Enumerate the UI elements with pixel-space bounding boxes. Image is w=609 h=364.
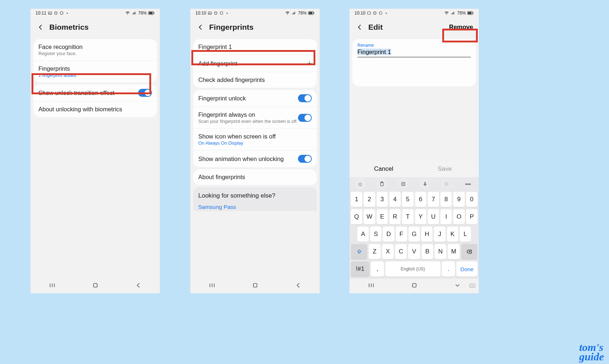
clipboard-icon[interactable] <box>376 178 387 189</box>
svg-rect-3 <box>61 12 63 15</box>
recents-button[interactable] <box>368 282 375 290</box>
home-button[interactable] <box>92 282 99 290</box>
key-o[interactable]: O <box>453 209 464 224</box>
mic-icon[interactable] <box>419 178 430 189</box>
fp-always-row[interactable]: Fingerprint always on Scan your fingerpr… <box>193 107 317 128</box>
fp-always-toggle[interactable] <box>298 114 312 122</box>
key-g[interactable]: G <box>409 227 420 242</box>
period-key[interactable]: . <box>442 261 455 277</box>
key-m[interactable]: M <box>448 244 459 259</box>
page-header: Fingerprints <box>190 17 320 37</box>
keyboard: ☺ ••• 1234567890 QWERTYUIOP ASDFGHJKL ZX… <box>349 177 479 279</box>
key-1[interactable]: 1 <box>351 192 362 207</box>
svg-rect-16 <box>309 12 312 14</box>
key-r[interactable]: R <box>389 209 401 224</box>
key-3[interactable]: 3 <box>377 192 388 207</box>
status-time: 10:10 <box>355 11 365 16</box>
key-8[interactable]: 8 <box>440 192 452 207</box>
backspace-key[interactable] <box>461 244 477 259</box>
fp-unlock-row[interactable]: Fingerprint unlock <box>193 90 317 107</box>
text-extract-icon[interactable] <box>398 178 409 189</box>
key-p[interactable]: P <box>466 209 477 224</box>
space-key[interactable]: English (US) <box>385 261 440 277</box>
key-u[interactable]: U <box>428 209 439 224</box>
phone-screenshot-2: 10:10 76% Fingerprints Fingerprint 1 Add… <box>190 9 320 293</box>
key-e[interactable]: E <box>377 209 388 224</box>
key-h[interactable]: H <box>421 227 432 242</box>
add-fingerprint-row[interactable]: Add fingerprint + <box>193 55 317 72</box>
shift-key[interactable] <box>351 244 367 259</box>
key-k[interactable]: K <box>447 227 458 242</box>
key-0[interactable]: 0 <box>466 192 477 207</box>
more-dot-icon <box>67 13 68 14</box>
cancel-button[interactable]: Cancel <box>353 165 414 173</box>
key-2[interactable]: 2 <box>364 192 375 207</box>
key-f[interactable]: F <box>396 227 407 242</box>
key-s[interactable]: S <box>370 227 381 242</box>
key-a[interactable]: A <box>357 227 369 242</box>
anim-toggle[interactable] <box>298 155 312 163</box>
face-recognition-row[interactable]: Face recognition Register your face. <box>33 39 157 61</box>
key-6[interactable]: 6 <box>415 192 426 207</box>
comma-key[interactable]: , <box>371 261 384 277</box>
key-l[interactable]: L <box>460 227 471 242</box>
svg-point-21 <box>446 14 447 15</box>
about-biometrics-row[interactable]: About unlocking with biometrics <box>33 101 157 117</box>
row-title: Show unlock transition effect <box>38 90 138 96</box>
key-c[interactable]: C <box>395 244 407 259</box>
key-x[interactable]: X <box>382 244 394 259</box>
show-icon-row[interactable]: Show icon when screen is off On Always O… <box>193 128 317 150</box>
key-4[interactable]: 4 <box>389 192 401 207</box>
samsung-pass-link[interactable]: Samsung Pass <box>198 204 312 210</box>
recents-button[interactable] <box>49 282 56 290</box>
emoji-icon[interactable]: ☺ <box>355 178 366 189</box>
transition-toggle[interactable] <box>138 89 152 97</box>
about-fingerprints-row[interactable]: About fingerprints <box>193 169 317 185</box>
biometrics-group: Face recognition Register your face. Fin… <box>33 39 157 82</box>
row-title: Fingerprint unlock <box>198 95 298 102</box>
remove-button[interactable]: Remove <box>449 24 473 31</box>
show-anim-row[interactable]: Show animation when unlocking <box>193 150 317 167</box>
fingerprint-1-row[interactable]: Fingerprint 1 <box>193 39 317 55</box>
key-z[interactable]: Z <box>369 244 380 259</box>
transition-row[interactable]: Show unlock transition effect <box>33 84 157 101</box>
fingerprints-row[interactable]: Fingerprints 1 fingerprint added <box>33 61 157 82</box>
key-v[interactable]: V <box>408 244 420 259</box>
back-nav-button[interactable] <box>135 282 142 290</box>
back-button[interactable] <box>196 23 205 32</box>
key-q[interactable]: Q <box>351 209 362 224</box>
key-7[interactable]: 7 <box>428 192 439 207</box>
back-button[interactable] <box>355 23 364 32</box>
key-w[interactable]: W <box>364 209 375 224</box>
hide-keyboard-button[interactable] <box>454 282 461 290</box>
back-button[interactable] <box>36 23 45 32</box>
fp-unlock-toggle[interactable] <box>298 94 312 102</box>
screenshot-icon <box>219 11 224 15</box>
home-button[interactable] <box>411 282 418 290</box>
key-n[interactable]: N <box>435 244 446 259</box>
key-9[interactable]: 9 <box>453 192 464 207</box>
check-fingerprints-row[interactable]: Check added fingerprints <box>193 72 317 88</box>
key-5[interactable]: 5 <box>402 192 413 207</box>
symbols-key[interactable]: !#1 <box>351 261 369 277</box>
done-key[interactable]: Done <box>456 261 477 277</box>
svg-rect-8 <box>94 284 97 287</box>
rename-input[interactable]: Fingerprint 1 <box>357 48 471 57</box>
svg-point-36 <box>471 286 471 286</box>
recents-button[interactable] <box>208 282 216 290</box>
phone-screenshot-1: 10:11 76% <box>30 9 160 293</box>
back-nav-button[interactable] <box>295 282 302 290</box>
more-icon[interactable]: ••• <box>463 178 473 189</box>
key-d[interactable]: D <box>383 227 394 242</box>
key-i[interactable]: I <box>440 209 452 224</box>
key-b[interactable]: B <box>422 244 433 259</box>
key-j[interactable]: J <box>434 227 445 242</box>
gear-icon[interactable] <box>441 178 452 189</box>
screenshot-icon <box>378 11 383 15</box>
save-button[interactable]: Save <box>414 165 476 173</box>
key-y[interactable]: Y <box>415 209 426 224</box>
home-button[interactable] <box>252 282 259 290</box>
keyboard-switch-button[interactable] <box>469 282 476 290</box>
key-t[interactable]: T <box>402 209 413 224</box>
options-group: Show unlock transition effect About unlo… <box>33 84 157 117</box>
